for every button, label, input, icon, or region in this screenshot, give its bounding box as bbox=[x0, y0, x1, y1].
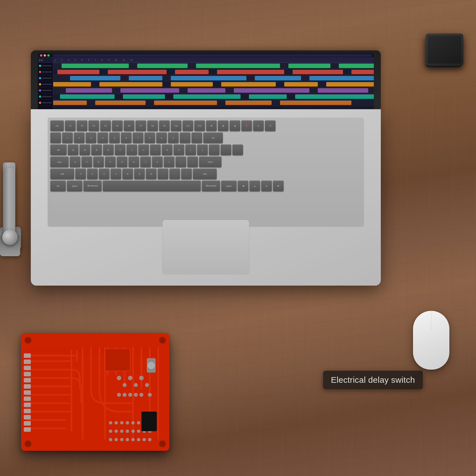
svg-point-78 bbox=[25, 440, 31, 447]
svg-point-41 bbox=[139, 376, 144, 380]
keyboard-key: 6 bbox=[121, 132, 132, 143]
svg-rect-24 bbox=[24, 360, 31, 364]
svg-point-39 bbox=[128, 376, 132, 380]
keyboard-key: Z bbox=[75, 169, 86, 179]
keyboard-key: F7 bbox=[136, 120, 146, 131]
keyboard-key: I bbox=[150, 144, 161, 155]
keyboard-key: F6 bbox=[124, 120, 134, 131]
keyboard-key: F5 bbox=[112, 120, 123, 131]
keyboard-key: S bbox=[81, 157, 92, 167]
keyboard-key: H bbox=[129, 157, 139, 167]
keyboard-key: 🔇 bbox=[241, 120, 252, 131]
svg-rect-32 bbox=[24, 409, 31, 413]
svg-point-59 bbox=[120, 430, 123, 433]
keyboard-key: Y bbox=[127, 144, 137, 155]
keyboard-key bbox=[221, 144, 231, 155]
keyboard-key: / bbox=[181, 169, 192, 179]
keyboard-key: D bbox=[93, 157, 104, 167]
laptop-body: escF1F2F3F4F5F6F7F8F9F10F11F12⏏⏮⏭🔇🔉🔊`123… bbox=[31, 109, 381, 286]
keyboard-key: R bbox=[103, 144, 114, 155]
svg-point-40 bbox=[134, 383, 138, 387]
keyboard-key: shift bbox=[193, 169, 217, 179]
keyboard-key: X bbox=[87, 169, 98, 179]
laptop-screen-housing: 1 2 3 4 5 6 7 8 9 10 11 12 bbox=[31, 50, 381, 112]
keyboard-key: ' bbox=[187, 157, 198, 167]
keyboard-key bbox=[232, 144, 243, 155]
audio-interface-face bbox=[428, 36, 461, 64]
keyboard-key: ctrl bbox=[50, 181, 66, 191]
keyboard-key: return bbox=[199, 157, 221, 167]
svg-rect-30 bbox=[24, 396, 31, 401]
keyboard-key: [ bbox=[185, 144, 196, 155]
svg-point-52 bbox=[126, 421, 129, 424]
svg-point-70 bbox=[137, 438, 140, 441]
keyboard-key: ◀ bbox=[238, 181, 248, 191]
mouse bbox=[413, 311, 449, 370]
keyboard-key: F2 bbox=[77, 120, 87, 131]
keyboard-key: 1 bbox=[62, 132, 73, 143]
svg-rect-73 bbox=[141, 412, 157, 431]
laptop-screen: 1 2 3 4 5 6 7 8 9 10 11 12 bbox=[38, 53, 374, 112]
daw-interface: 1 2 3 4 5 6 7 8 9 10 11 12 bbox=[38, 53, 374, 112]
daw-toolbar bbox=[53, 54, 372, 57]
svg-rect-29 bbox=[24, 390, 31, 395]
svg-point-53 bbox=[131, 421, 135, 424]
daw-sidebar bbox=[38, 58, 53, 112]
keyboard-key: V bbox=[111, 169, 121, 179]
keyboard-key: , bbox=[158, 169, 168, 179]
keyboard-key: F4 bbox=[100, 120, 111, 131]
keyboard-key: F12 bbox=[194, 120, 205, 131]
svg-rect-26 bbox=[24, 372, 31, 376]
minimize-button-dot bbox=[44, 54, 46, 57]
keyboard-key: 9 bbox=[156, 132, 167, 143]
keyboard-key: 5 bbox=[109, 132, 120, 143]
svg-point-76 bbox=[25, 337, 31, 344]
maximize-button-dot bbox=[47, 54, 50, 57]
clamp-wheel bbox=[2, 230, 18, 245]
svg-point-65 bbox=[109, 438, 112, 441]
keyboard-key: 0 bbox=[168, 132, 179, 143]
svg-rect-28 bbox=[24, 384, 31, 389]
keyboard-key: J bbox=[140, 157, 151, 167]
keyboard-key: \ bbox=[209, 144, 220, 155]
svg-point-47 bbox=[139, 393, 143, 397]
svg-point-62 bbox=[137, 430, 140, 433]
svg-point-46 bbox=[134, 393, 138, 397]
keyboard-key: O bbox=[162, 144, 172, 155]
svg-rect-25 bbox=[24, 366, 31, 370]
svg-point-66 bbox=[115, 438, 118, 441]
keyboard-key: option bbox=[221, 181, 237, 191]
svg-point-68 bbox=[126, 438, 129, 441]
keyboard-key: ▲ bbox=[249, 181, 260, 191]
circuit-board bbox=[21, 333, 169, 451]
keyboard-key: ⌘command bbox=[202, 181, 220, 191]
svg-point-54 bbox=[137, 421, 140, 424]
keyboard-key: F10 bbox=[171, 120, 181, 131]
keyboard-key: W bbox=[80, 144, 90, 155]
label-tooltip: Electrical delay switch bbox=[323, 371, 423, 389]
svg-rect-35 bbox=[24, 427, 31, 432]
keyboard-key: E bbox=[91, 144, 102, 155]
keyboard-key: esc bbox=[50, 120, 64, 131]
svg-point-69 bbox=[131, 438, 135, 441]
svg-point-50 bbox=[115, 421, 118, 424]
svg-rect-36 bbox=[105, 349, 130, 371]
keyboard-key: F9 bbox=[159, 120, 170, 131]
svg-point-61 bbox=[131, 430, 135, 433]
svg-rect-34 bbox=[24, 421, 31, 426]
keyboard-key: - bbox=[180, 132, 190, 143]
keyboard-key: B bbox=[122, 169, 133, 179]
keyboard-key: F1 bbox=[65, 120, 76, 131]
svg-rect-23 bbox=[24, 353, 31, 358]
trackpad[interactable] bbox=[162, 220, 249, 274]
svg-point-48 bbox=[148, 393, 152, 397]
svg-rect-33 bbox=[24, 415, 31, 419]
svg-point-45 bbox=[128, 393, 132, 397]
audio-interface bbox=[426, 34, 463, 66]
keyboard-key: ` bbox=[50, 132, 61, 143]
keyboard-key: ⏮ bbox=[218, 120, 228, 131]
keyboard-key: ⏏ bbox=[206, 120, 217, 131]
keyboard-key: F11 bbox=[183, 120, 193, 131]
label-text: Electrical delay switch bbox=[331, 375, 415, 384]
keyboard-key: 7 bbox=[133, 132, 143, 143]
